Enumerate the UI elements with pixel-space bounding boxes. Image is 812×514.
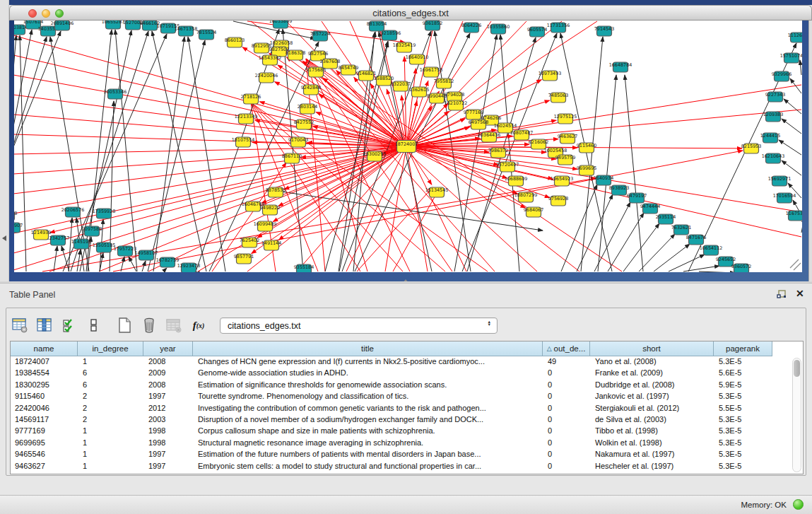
red-edge[interactable] bbox=[14, 146, 406, 253]
table-row[interactable]: 1456911722003Disruption of a novel membe… bbox=[11, 414, 803, 426]
float-panel-icon[interactable] bbox=[776, 289, 787, 300]
table-row[interactable]: 911546021997Tourette syndrome. Phenomeno… bbox=[11, 391, 803, 402]
show-columns-button[interactable] bbox=[35, 316, 54, 334]
black-edge[interactable] bbox=[623, 223, 659, 271]
node-label: 9170043 bbox=[288, 137, 308, 143]
cell-name: 18300295 bbox=[11, 380, 78, 391]
column-header-label: title bbox=[361, 344, 374, 353]
cell-title: Embryonic stem cells: a model to study s… bbox=[194, 461, 543, 472]
cell-year: 1998 bbox=[144, 426, 194, 437]
close-panel-icon[interactable]: ✕ bbox=[796, 288, 807, 299]
row-selector-button[interactable] bbox=[85, 316, 103, 334]
red-edge[interactable] bbox=[406, 146, 801, 237]
network-window-titlebar[interactable]: citations_edges.txt bbox=[9, 5, 812, 21]
network-view[interactable]: 2003814150761414035572089140610655287152… bbox=[14, 21, 802, 272]
column-header-year[interactable]: year bbox=[143, 341, 193, 356]
column-checklist-button[interactable] bbox=[60, 316, 78, 334]
black-edge[interactable] bbox=[129, 257, 136, 271]
cell-title: Estimation of the future numbers of pati… bbox=[194, 449, 543, 460]
black-edge[interactable] bbox=[639, 234, 675, 271]
cell-name: 9463627 bbox=[11, 461, 78, 472]
node-label: 9097588 bbox=[82, 226, 102, 232]
black-edge[interactable] bbox=[800, 60, 801, 75]
node-label: 9463627 bbox=[558, 134, 577, 139]
table-row[interactable]: 946362711997Embryonic stem cells: a mode… bbox=[11, 461, 803, 472]
node-label: 18807299 bbox=[514, 192, 538, 198]
table-select-dropdown[interactable]: citations_edges.txt ▲▼ bbox=[220, 317, 498, 334]
collapse-left-arrow-icon[interactable] bbox=[2, 235, 6, 241]
red-edge[interactable] bbox=[50, 146, 406, 233]
black-edge[interactable] bbox=[577, 194, 613, 271]
node-label: 9360572 bbox=[731, 264, 751, 269]
table-row[interactable]: 1872400712008Changes of HCN gene express… bbox=[11, 356, 803, 368]
black-edge[interactable] bbox=[790, 78, 801, 93]
cell-out_degree: 0 bbox=[543, 403, 591, 414]
black-edge[interactable] bbox=[654, 244, 690, 271]
black-edge[interactable] bbox=[14, 35, 16, 271]
black-edge[interactable] bbox=[54, 246, 57, 271]
black-edge[interactable] bbox=[71, 31, 148, 271]
column-header-title[interactable]: title bbox=[193, 341, 543, 356]
cell-title: Investigating the contribution of common… bbox=[194, 403, 543, 414]
node-label: 9605574 bbox=[527, 27, 547, 33]
node-label: 10688609 bbox=[505, 176, 528, 182]
cell-pagerank: 5.3E-5 bbox=[714, 391, 773, 402]
black-edge[interactable] bbox=[20, 35, 26, 271]
delete-columns-trash-button[interactable] bbox=[140, 316, 158, 334]
delete-table-button-disabled[interactable] bbox=[165, 316, 183, 334]
new-column-button[interactable] bbox=[115, 316, 134, 334]
black-edge[interactable] bbox=[782, 119, 801, 134]
node-label: 6497568 bbox=[469, 119, 488, 125]
table-row[interactable]: 2242004622012Investigating the contribut… bbox=[11, 403, 803, 414]
column-header-name[interactable]: name bbox=[10, 341, 78, 356]
black-edge[interactable] bbox=[163, 268, 167, 271]
table-row[interactable]: 977716911998Corpus callosum shape and si… bbox=[11, 426, 803, 437]
west-panel-strip bbox=[0, 0, 9, 283]
function-builder-button[interactable]: f(x) bbox=[189, 316, 208, 334]
black-edge[interactable] bbox=[581, 37, 603, 271]
cell-short: Franke et al. (2009) bbox=[591, 368, 714, 379]
black-edge[interactable] bbox=[115, 30, 137, 271]
red-edge[interactable] bbox=[406, 146, 742, 148]
attribute-table: namein_degreeyeartitle△out_de...shortpag… bbox=[10, 341, 804, 474]
table-row[interactable]: 1830029562008Estimation of significance … bbox=[11, 380, 803, 391]
column-header-out_degree[interactable]: △out_de... bbox=[543, 341, 590, 356]
black-edge[interactable] bbox=[782, 160, 801, 175]
vertical-scrollbar[interactable] bbox=[792, 358, 801, 472]
black-edge[interactable] bbox=[784, 99, 801, 114]
node-label: 1640934 bbox=[594, 175, 613, 181]
black-edge[interactable] bbox=[608, 213, 644, 271]
black-edge[interactable] bbox=[594, 202, 630, 271]
scrollbar-thumb[interactable] bbox=[794, 360, 800, 377]
black-edge[interactable] bbox=[142, 261, 146, 271]
cell-in_degree: 1 bbox=[78, 461, 144, 472]
resize-grip-icon[interactable] bbox=[794, 263, 801, 270]
black-edge[interactable] bbox=[625, 75, 643, 271]
node-label: 18724007 bbox=[395, 141, 418, 147]
black-edge[interactable] bbox=[188, 37, 225, 271]
cell-year: 2009 bbox=[144, 368, 194, 379]
column-header-in_degree[interactable]: in_degree bbox=[78, 341, 143, 356]
cell-name: 9699695 bbox=[11, 438, 78, 449]
table-row[interactable]: 1938455462009Genome-wide association stu… bbox=[11, 368, 803, 379]
red-edge[interactable] bbox=[297, 146, 406, 271]
node-label: 19654923 bbox=[551, 176, 574, 182]
table-row[interactable]: 946554611997Estimation of the future num… bbox=[11, 449, 803, 460]
table-row[interactable]: 969969511998Structural magnetic resonanc… bbox=[11, 438, 803, 449]
node-label: 16099489 bbox=[254, 221, 277, 227]
cell-short: Stergiakouli et al. (2012) bbox=[591, 403, 714, 414]
memory-indicator-icon[interactable] bbox=[793, 499, 804, 510]
column-header-short[interactable]: short bbox=[590, 341, 714, 356]
black-edge[interactable] bbox=[699, 271, 735, 272]
network-canvas-svg[interactable]: 2003814150761414035572089140610655287152… bbox=[14, 21, 802, 272]
black-edge[interactable] bbox=[148, 40, 205, 271]
cell-title: Tourette syndrome. Phenomenology and cla… bbox=[194, 391, 543, 402]
table-mode-button[interactable] bbox=[11, 316, 29, 334]
node-label: 6794028 bbox=[445, 92, 464, 98]
cell-pagerank: 5.3E-5 bbox=[714, 414, 773, 426]
node-label: 9242848 bbox=[301, 85, 321, 90]
red-edge[interactable] bbox=[406, 85, 801, 146]
black-edge[interactable] bbox=[598, 75, 616, 271]
cell-in_degree: 1 bbox=[78, 438, 144, 449]
column-header-pagerank[interactable]: pagerank bbox=[714, 341, 772, 356]
